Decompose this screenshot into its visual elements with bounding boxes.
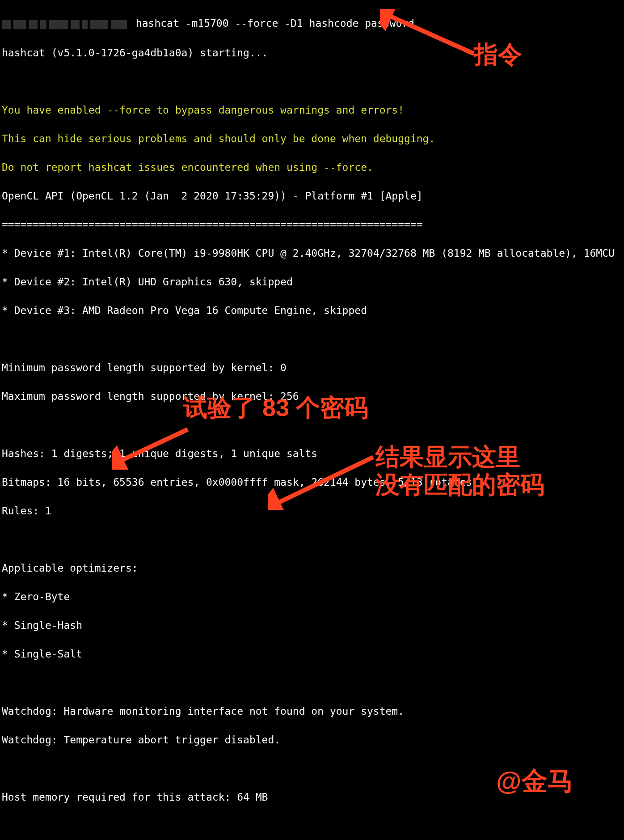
watchdog-2: Watchdog: Temperature abort trigger disa… xyxy=(2,733,622,747)
terminal-output: hashcat -m15700 --force -D1 hashcode pas… xyxy=(2,2,622,840)
starting-line: hashcat (v5.1.0-1726-ga4db1a0a) starting… xyxy=(2,46,622,60)
min-password: Minimum password length supported by ker… xyxy=(2,361,622,375)
optimizer-2: * Single-Hash xyxy=(2,618,622,632)
force-warning-3: Do not report hashcat issues encountered… xyxy=(2,160,622,174)
hashes-line: Hashes: 1 digests; 1 unique digests, 1 u… xyxy=(2,446,622,461)
max-password: Maximum password length supported by ker… xyxy=(2,389,622,403)
optimizers-header: Applicable optimizers: xyxy=(2,561,622,575)
bitmaps-line: Bitmaps: 16 bits, 65536 entries, 0x0000f… xyxy=(2,475,622,489)
rules-line: Rules: 1 xyxy=(2,504,622,518)
optimizer-1: * Zero-Byte xyxy=(2,590,622,604)
force-warning-1: You have enabled --force to bypass dange… xyxy=(2,103,622,117)
device-3: * Device #3: AMD Radeon Pro Vega 16 Comp… xyxy=(2,303,622,318)
optimizer-3: * Single-Salt xyxy=(2,647,622,661)
force-warning-2: This can hide serious problems and shoul… xyxy=(2,132,622,146)
host-memory: Host memory required for this attack: 64… xyxy=(2,790,622,804)
opencl-header: OpenCL API (OpenCL 1.2 (Jan 2 2020 17:35… xyxy=(2,189,622,203)
separator: ========================================… xyxy=(2,217,622,232)
watchdog-1: Watchdog: Hardware monitoring interface … xyxy=(2,704,622,718)
device-1: * Device #1: Intel(R) Core(TM) i9-9980HK… xyxy=(2,246,622,260)
device-2: * Device #2: Intel(R) UHD Graphics 630, … xyxy=(2,275,622,289)
prompt-line: hashcat -m15700 --force -D1 hashcode pas… xyxy=(2,16,622,31)
command-text: hashcat -m15700 --force -D1 hashcode pas… xyxy=(130,17,414,29)
redacted-prompt xyxy=(2,17,130,31)
